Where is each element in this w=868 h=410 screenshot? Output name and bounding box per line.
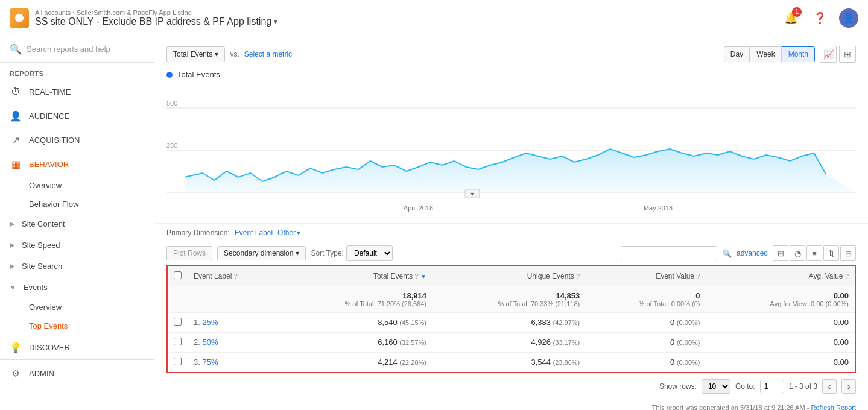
table-controls-left: Plot Rows Secondary dimension ▾ Sort Typ… — [166, 245, 393, 261]
sidebar-item-admin[interactable]: ⚙ ADMIN — [0, 359, 154, 386]
month-button[interactable]: Month — [782, 46, 815, 62]
row2-check[interactable] — [167, 333, 188, 353]
breadcrumb: All accounts › SellerSmith.com & PageFly… — [35, 9, 277, 16]
event-value-help-icon[interactable]: ? — [696, 273, 700, 280]
prev-page-button[interactable]: ‹ — [822, 379, 837, 394]
pie-view-icon[interactable]: ◔ — [790, 245, 805, 261]
row3-total-events: 4,214 (22.28%) — [279, 353, 432, 373]
page-range: 1 - 3 of 3 — [789, 382, 817, 391]
events-overview-label: Overview — [29, 303, 62, 312]
select-metric-link[interactable]: Select a metric — [244, 50, 292, 58]
pivot-view-icon[interactable]: ⊟ — [840, 245, 856, 261]
svg-text:250: 250 — [166, 142, 177, 149]
sidebar-item-behavior[interactable]: ▦ BEHAVIOR — [0, 152, 154, 176]
footer-generated-text: This report was generated on 5/31/18 at … — [652, 404, 809, 410]
svg-text:May 2018: May 2018 — [644, 204, 673, 212]
sidebar-item-site-speed[interactable]: ▶ Site Speed — [0, 235, 154, 256]
row3-total-pct: (22.28%) — [399, 359, 426, 366]
rows-per-page-select[interactable]: 10 — [702, 379, 730, 394]
total-events-help-icon[interactable]: ? — [415, 273, 419, 280]
sidebar-sub-item-overview[interactable]: Overview — [0, 176, 154, 195]
list-view-icon[interactable]: ≡ — [806, 245, 822, 261]
avg-value-help-icon[interactable]: ? — [845, 273, 849, 280]
row2-num: 2. — [194, 338, 200, 347]
row1-total-events: 8,540 (45.15%) — [279, 313, 432, 333]
event-label-link[interactable]: Event Label — [235, 229, 273, 237]
site-content-label: Site Content — [22, 219, 65, 229]
avatar[interactable]: 👤 — [839, 8, 858, 28]
avg-value-header: Avg. Value ? — [706, 266, 855, 286]
sidebar-item-audience[interactable]: 👤 AUDIENCE — [0, 104, 154, 128]
total-event-value-cell: 0 % of Total: 0.00% (0) — [586, 286, 706, 313]
sidebar-item-events[interactable]: ▼ Events — [0, 277, 154, 298]
row3-check[interactable] — [167, 353, 188, 373]
total-event-value: 0 — [592, 291, 700, 300]
svg-text:April 2018: April 2018 — [404, 204, 433, 212]
table-controls-right: 🔍 advanced ⊞ ◔ ≡ ⇅ ⊟ — [621, 245, 856, 261]
table-row: 3. 75% 4,214 (22.28%) 3,544 (23.86%) 0 — [167, 353, 855, 373]
notifications-button[interactable]: 🔔 1 — [781, 8, 800, 28]
event-label-help-icon[interactable]: ? — [234, 273, 238, 280]
data-table: Event Label ? Total Events ? ▼ Unique Ev… — [166, 265, 856, 373]
row2-avg-value: 0.00 — [706, 333, 855, 353]
sidebar-item-discover[interactable]: 💡 DISCOVER — [0, 335, 154, 359]
sidebar-sub-item-behavior-flow[interactable]: Behavior Flow — [0, 195, 154, 213]
svg-text:500: 500 — [166, 99, 177, 107]
day-button[interactable]: Day — [724, 46, 750, 62]
total-events-sub: % of Total: 71.20% (26,564) — [285, 300, 426, 308]
row2-checkbox[interactable] — [174, 338, 182, 345]
sidebar-search[interactable]: 🔍 Search reports and help — [0, 36, 154, 63]
row3-checkbox[interactable] — [174, 358, 182, 365]
row1-check[interactable] — [167, 313, 188, 333]
row1-checkbox[interactable] — [174, 318, 182, 326]
select-all-checkbox[interactable] — [174, 271, 182, 279]
site-title[interactable]: SS site ONLY - Exclude BB IP address & P… — [35, 16, 277, 27]
secondary-dimension-dropdown[interactable]: Secondary dimension ▾ — [217, 246, 306, 260]
sidebar-item-realtime[interactable]: ⏱ REAL-TIME — [0, 80, 154, 104]
line-chart-icon[interactable]: 📈 — [820, 46, 837, 63]
refresh-report-link[interactable]: Refresh Report — [811, 404, 856, 410]
row2-unique-val: 4,926 — [531, 338, 551, 347]
sidebar-item-site-search[interactable]: ▶ Site Search — [0, 256, 154, 277]
main-chart: 500 250 April 2018 May 201 — [166, 84, 856, 216]
dimension-label: Primary Dimension: — [166, 229, 230, 237]
expand-arrow-site-search: ▶ — [10, 262, 14, 270]
row2-total-val: 6,160 — [378, 338, 398, 347]
chart-legend: Total Events — [166, 70, 856, 79]
goto-input[interactable] — [760, 380, 784, 393]
row3-link[interactable]: 75% — [202, 358, 218, 367]
vs-text: vs. — [230, 50, 239, 58]
week-button[interactable]: Week — [750, 46, 781, 62]
compare-view-icon[interactable]: ⇅ — [823, 245, 839, 261]
row2-link[interactable]: 50% — [202, 338, 218, 347]
discover-label: DISCOVER — [29, 343, 70, 352]
chart-controls-right: Day Week Month 📈 ⊞ — [724, 46, 856, 63]
advanced-link[interactable]: advanced — [737, 249, 768, 257]
table-search-input[interactable] — [621, 246, 717, 260]
bar-chart-icon[interactable]: ⊞ — [839, 46, 856, 63]
top-events-label: Top Events — [29, 321, 68, 330]
view-icons: 📈 ⊞ — [820, 46, 856, 63]
row1-link[interactable]: 25% — [202, 318, 218, 327]
grid-view-icon[interactable]: ⊞ — [773, 245, 788, 261]
next-page-button[interactable]: › — [841, 379, 856, 394]
search-placeholder: Search reports and help — [27, 45, 110, 54]
unique-events-help-icon[interactable]: ? — [576, 273, 580, 280]
legend-label: Total Events — [177, 70, 220, 79]
search-icon-table[interactable]: 🔍 — [722, 249, 732, 258]
event-value-header: Event Value ? — [586, 266, 706, 286]
total-label — [188, 286, 279, 313]
sidebar-item-site-content[interactable]: ▶ Site Content — [0, 213, 154, 235]
sidebar-item-acquisition[interactable]: ↗ ACQUISITION — [0, 128, 154, 152]
row2-label: 2. 50% — [188, 333, 279, 353]
site-title-dropdown-icon[interactable]: ▾ — [274, 17, 277, 26]
admin-icon: ⚙ — [10, 367, 22, 379]
help-button[interactable]: ❓ — [810, 8, 829, 28]
site-speed-label: Site Speed — [22, 241, 60, 250]
total-unique-value: 14,853 — [439, 291, 580, 300]
sidebar-sub-top-events[interactable]: Top Events — [0, 317, 154, 335]
sidebar-sub-events-overview[interactable]: Overview — [0, 298, 154, 317]
other-dropdown[interactable]: Other ▾ — [277, 229, 300, 237]
sort-type-select[interactable]: Default — [346, 245, 393, 261]
metric-dropdown[interactable]: Total Events ▾ — [166, 46, 225, 62]
